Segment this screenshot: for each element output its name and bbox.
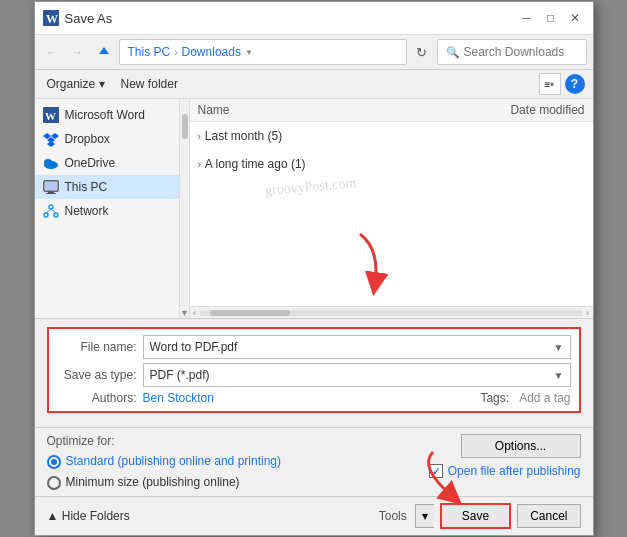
tags-value[interactable]: Add a tag xyxy=(519,391,570,405)
title-bar: W Save As ─ □ ✕ xyxy=(35,2,593,35)
breadcrumb-root[interactable]: This PC xyxy=(128,45,171,59)
sidebar-item-label: This PC xyxy=(65,180,108,194)
optimize-area: Optimize for: Standard (publishing onlin… xyxy=(35,428,593,497)
sidebar-scroll-thumb xyxy=(182,114,188,139)
organize-button[interactable]: Organize ▾ xyxy=(43,75,109,93)
file-group-longtime: › A long time ago (1) xyxy=(190,150,593,178)
cancel-button[interactable]: Cancel xyxy=(517,504,580,528)
sidebar-item-word[interactable]: W Microsoft Word xyxy=(35,103,179,127)
open-after-row: ✓ Open file after publishing xyxy=(429,464,581,478)
file-group-lastmonth-header[interactable]: › Last month (5) xyxy=(198,126,585,146)
scroll-thumb xyxy=(210,310,290,316)
maximize-button[interactable]: □ xyxy=(541,8,561,28)
sidebar-container: W Microsoft Word xyxy=(35,99,190,318)
tools-label: Tools xyxy=(379,509,407,523)
breadcrumb-current[interactable]: Downloads xyxy=(182,45,241,59)
hide-folders-button[interactable]: ▲ Hide Folders xyxy=(47,509,130,523)
authors-row: Authors: Ben Stockton Tags: Add a tag xyxy=(57,391,571,405)
sidebar-item-label: Dropbox xyxy=(65,132,110,146)
sidebar-item-dropbox[interactable]: Dropbox xyxy=(35,127,179,151)
radio-minimum[interactable]: Minimum size (publishing online) xyxy=(47,475,281,490)
savetype-input[interactable]: PDF (*.pdf) ▼ xyxy=(143,363,571,387)
expand-icon: › xyxy=(198,131,201,142)
sidebar-scroll-down[interactable]: ▼ xyxy=(180,308,190,318)
title-controls: ─ □ ✕ xyxy=(517,8,585,28)
file-list: Name Date modified › Last month (5) › A … xyxy=(190,99,593,306)
dialog-icon: W xyxy=(43,10,59,26)
options-button[interactable]: Options... xyxy=(461,434,581,458)
svg-marker-8 xyxy=(47,141,55,147)
navigation-toolbar: ← → This PC › Downloads ▼ ↻ 🔍 xyxy=(35,35,593,70)
sub-toolbar: Organize ▾ New folder ≡ ▾ ? xyxy=(35,70,593,99)
filename-value: Word to PDF.pdf xyxy=(150,340,238,354)
search-input[interactable] xyxy=(464,45,614,59)
back-button[interactable]: ← xyxy=(41,41,63,63)
save-button[interactable]: Save xyxy=(440,503,511,529)
sidebar-item-network[interactable]: Network xyxy=(35,199,179,223)
horizontal-scrollbar[interactable]: ‹ › xyxy=(190,306,593,318)
scroll-right-btn[interactable]: › xyxy=(583,308,593,318)
savetype-value: PDF (*.pdf) xyxy=(150,368,210,382)
bottom-bar: ▲ Hide Folders Tools ▾ Save Cancel xyxy=(35,497,593,535)
savetype-row: Save as type: PDF (*.pdf) ▼ xyxy=(57,363,571,387)
tools-button[interactable]: ▾ xyxy=(415,504,434,528)
savetype-dropdown-icon: ▼ xyxy=(554,370,564,381)
optimize-right: Options... ✓ Open file after publishing xyxy=(293,434,581,478)
svg-line-19 xyxy=(46,209,51,213)
svg-rect-15 xyxy=(45,182,57,190)
file-list-header: Name Date modified xyxy=(190,99,593,122)
help-button[interactable]: ? xyxy=(565,74,585,94)
file-group-lastmonth: › Last month (5) xyxy=(190,122,593,150)
filename-dropdown-icon: ▼ xyxy=(554,342,564,353)
svg-line-20 xyxy=(51,209,56,213)
svg-point-10 xyxy=(44,159,52,165)
svg-marker-2 xyxy=(99,47,109,54)
sidebar-item-label: Microsoft Word xyxy=(65,108,145,122)
sidebar-scrollbar[interactable]: ▼ xyxy=(180,99,190,318)
title-bar-left: W Save As xyxy=(43,10,113,26)
svg-text:W: W xyxy=(46,12,58,26)
main-area-wrapper: W Microsoft Word xyxy=(35,99,593,319)
svg-rect-13 xyxy=(46,193,56,194)
svg-point-16 xyxy=(49,205,53,209)
main-area: W Microsoft Word xyxy=(35,99,593,319)
save-as-dialog: W Save As ─ □ ✕ ← → This PC › Downloads … xyxy=(34,1,594,536)
filename-input[interactable]: Word to PDF.pdf ▼ xyxy=(143,335,571,359)
radio-standard[interactable]: Standard (publishing online and printing… xyxy=(47,454,281,469)
file-group-longtime-header[interactable]: › A long time ago (1) xyxy=(198,154,585,174)
sidebar-item-thispc[interactable]: This PC xyxy=(35,175,179,199)
expand-icon: › xyxy=(198,159,201,170)
sub-toolbar-right: ≡ ▾ ? xyxy=(539,73,585,95)
svg-point-17 xyxy=(44,213,48,217)
filename-row: File name: Word to PDF.pdf ▼ xyxy=(57,335,571,359)
sidebar: W Microsoft Word xyxy=(35,99,180,318)
radio-standard-dot xyxy=(51,459,57,465)
minimize-button[interactable]: ─ xyxy=(517,8,537,28)
forward-button[interactable]: → xyxy=(67,41,89,63)
radio-standard-circle xyxy=(47,455,61,469)
filename-label: File name: xyxy=(57,340,137,354)
sidebar-item-onedrive[interactable]: OneDrive xyxy=(35,151,179,175)
open-after-checkbox[interactable]: ✓ xyxy=(429,464,443,478)
up-button[interactable] xyxy=(93,41,115,63)
new-folder-button[interactable]: New folder xyxy=(117,75,182,93)
scroll-track xyxy=(200,310,583,316)
authors-value[interactable]: Ben Stockton xyxy=(143,391,214,405)
savetype-label: Save as type: xyxy=(57,368,137,382)
close-button[interactable]: ✕ xyxy=(565,8,585,28)
col-name-header: Name xyxy=(198,103,425,117)
form-area: File name: Word to PDF.pdf ▼ Save as typ… xyxy=(35,319,593,428)
scroll-left-btn[interactable]: ‹ xyxy=(190,308,200,318)
thispc-icon xyxy=(43,179,59,195)
radio-minimum-circle xyxy=(47,476,61,490)
checkmark-icon: ✓ xyxy=(432,466,440,477)
onedrive-icon xyxy=(43,155,59,171)
tools-group: ▾ xyxy=(415,504,434,528)
svg-point-18 xyxy=(54,213,58,217)
view-toggle-button[interactable]: ≡ ▾ xyxy=(539,73,561,95)
file-group-label: A long time ago (1) xyxy=(205,157,306,171)
bottom-right-buttons: Tools ▾ Save Cancel xyxy=(379,503,581,529)
tags-label-text: Tags: xyxy=(480,391,509,405)
svg-text:W: W xyxy=(45,110,56,122)
refresh-button[interactable]: ↻ xyxy=(411,41,433,63)
